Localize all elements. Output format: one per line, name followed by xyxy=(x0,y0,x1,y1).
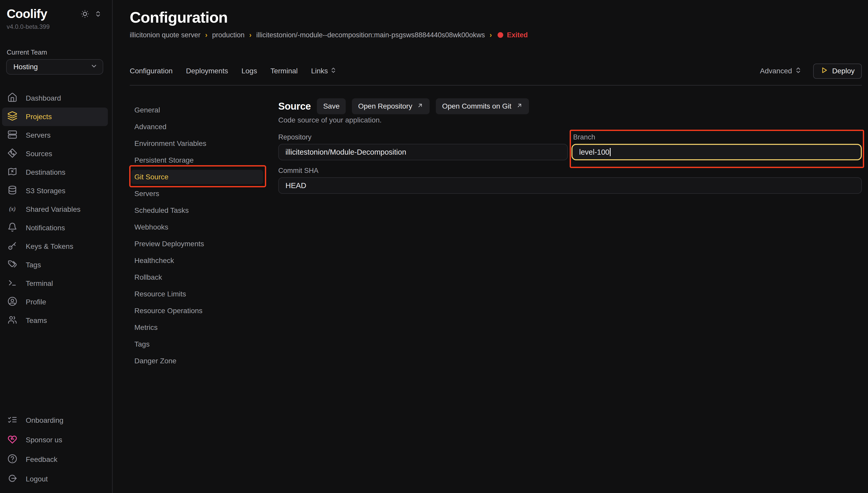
layers-icon xyxy=(7,111,18,123)
git-icon xyxy=(7,148,18,160)
subnav-item-webhooks[interactable]: Webhooks xyxy=(131,220,263,234)
deploy-button[interactable]: Deploy xyxy=(813,64,862,79)
tab-configuration[interactable]: Configuration xyxy=(130,67,173,76)
sidebar-item-teams[interactable]: Teams xyxy=(2,311,108,330)
open-commits-button[interactable]: Open Commits on Git xyxy=(436,98,529,114)
sidebar-item-label: Profile xyxy=(26,298,46,306)
subnav-item-advanced[interactable]: Advanced xyxy=(131,120,263,134)
sidebar-item-label: S3 Storages xyxy=(26,187,65,195)
subnav-item-metrics[interactable]: Metrics xyxy=(131,320,263,335)
sidebar-item-tags[interactable]: Tags xyxy=(2,256,108,274)
tab-links[interactable]: Links xyxy=(311,67,337,76)
subnav-item-tags[interactable]: Tags xyxy=(131,337,263,351)
source-heading: Source xyxy=(278,101,311,112)
subnav-item-preview-deployments[interactable]: Preview Deployments xyxy=(131,237,263,251)
tab-deployments[interactable]: Deployments xyxy=(186,67,228,76)
subnav-item-scheduled-tasks[interactable]: Scheduled Tasks xyxy=(131,203,263,218)
tags-icon xyxy=(7,259,18,271)
tab-terminal[interactable]: Terminal xyxy=(271,67,298,76)
source-description: Code source of your application. xyxy=(278,116,862,124)
settings-subnav: GeneralAdvancedEnvironment VariablesPers… xyxy=(130,86,278,370)
sidebar-item-notifications[interactable]: Notifications xyxy=(2,219,108,237)
subnav-item-environment-variables[interactable]: Environment Variables xyxy=(131,136,263,151)
sidebar-item-label: Terminal xyxy=(26,279,53,288)
version-switcher-chevrons-icon[interactable] xyxy=(94,10,102,18)
sidebar-item-s3-storages[interactable]: S3 Storages xyxy=(2,182,108,200)
subnav-item-healthcheck[interactable]: Healthcheck xyxy=(131,254,263,268)
sidebar-item-destinations[interactable]: Destinations xyxy=(2,163,108,182)
sidebar-item-label: Dashboard xyxy=(26,94,61,102)
sidebar-item-projects[interactable]: Projects xyxy=(2,108,108,126)
deploy-label: Deploy xyxy=(832,67,854,75)
subnav-item-danger-zone[interactable]: Danger Zone xyxy=(131,354,263,368)
text-caret xyxy=(610,148,611,156)
app-title: Coolify xyxy=(7,6,80,22)
subnav-item-resource-limits[interactable]: Resource Limits xyxy=(131,287,263,301)
sidebar-item-shared-variables[interactable]: (x)Shared Variables xyxy=(2,200,108,219)
sidebar-footer-nav: OnboardingSponsor usFeedbackLogout xyxy=(0,411,112,489)
terminal-icon xyxy=(7,278,18,290)
advanced-toggle[interactable]: Advanced xyxy=(760,67,802,76)
commit-sha-input[interactable]: HEAD xyxy=(278,177,862,194)
team-select[interactable]: Hosting xyxy=(6,59,103,74)
repository-input[interactable]: illicitestonion/Module-Decomposition xyxy=(278,144,568,160)
breadcrumb-chevron: › xyxy=(205,31,208,39)
sidebar-item-label: Logout xyxy=(26,475,48,483)
sidebar-item-label: Shared Variables xyxy=(26,205,81,214)
subnav-item-rollback[interactable]: Rollback xyxy=(131,270,263,284)
external-link-icon xyxy=(417,102,423,111)
tab-logs[interactable]: Logs xyxy=(241,67,257,76)
variable-icon: (x) xyxy=(7,203,18,216)
sidebar-item-feedback[interactable]: Feedback xyxy=(2,450,108,469)
sidebar-item-label: Tags xyxy=(26,261,41,269)
sidebar-item-label: Onboarding xyxy=(26,416,63,425)
breadcrumb-item[interactable]: illicitonion quote server xyxy=(130,31,200,39)
page-title: Configuration xyxy=(130,8,862,27)
sidebar-item-keys-tokens[interactable]: Keys & Tokens xyxy=(2,237,108,256)
theme-toggle-sun-icon[interactable] xyxy=(80,9,90,19)
sidebar-item-dashboard[interactable]: Dashboard xyxy=(2,89,108,108)
chevrons-up-down-icon xyxy=(795,67,802,76)
sidebar-item-label: Destinations xyxy=(26,168,65,176)
map-icon xyxy=(7,167,18,178)
svg-text:(x): (x) xyxy=(9,205,16,212)
sidebar-item-sources[interactable]: Sources xyxy=(2,145,108,163)
sidebar-item-onboarding[interactable]: Onboarding xyxy=(2,411,108,430)
save-button[interactable]: Save xyxy=(317,98,346,114)
subnav-item-persistent-storage[interactable]: Persistent Storage xyxy=(131,153,263,168)
app-version: v4.0.0-beta.399 xyxy=(7,24,112,30)
breadcrumb: illicitonion quote server›production›ill… xyxy=(130,30,862,40)
sidebar-item-sponsor-us[interactable]: Sponsor us xyxy=(2,430,108,450)
main-area: Configuration illicitonion quote server›… xyxy=(113,0,868,493)
chevrons-up-down-icon xyxy=(330,67,337,76)
sidebar-item-terminal[interactable]: Terminal xyxy=(2,274,108,293)
checklist-icon xyxy=(7,414,18,427)
source-panel: Source Save Open Repository Open Commits… xyxy=(278,86,862,370)
play-icon xyxy=(820,66,828,76)
database-icon xyxy=(7,185,18,197)
home-icon xyxy=(7,92,18,105)
help-icon xyxy=(7,454,18,466)
sidebar-item-label: Feedback xyxy=(26,455,57,464)
heart-icon xyxy=(7,434,18,446)
sidebar-item-logout[interactable]: Logout xyxy=(2,469,108,489)
subnav-item-servers[interactable]: Servers xyxy=(131,187,263,201)
branch-input[interactable]: level-100 xyxy=(571,144,862,160)
breadcrumb-item[interactable]: production xyxy=(212,31,245,39)
subnav-item-general[interactable]: General xyxy=(131,103,263,117)
breadcrumb-item: illicitestonion/-module--decomposition:m… xyxy=(256,31,485,39)
subnav-item-git-source[interactable]: Git Source xyxy=(131,170,263,184)
users-icon xyxy=(7,315,18,327)
subnav-item-resource-operations[interactable]: Resource Operations xyxy=(131,304,263,318)
sidebar-item-servers[interactable]: Servers xyxy=(2,126,108,145)
open-repository-button[interactable]: Open Repository xyxy=(352,98,430,114)
user-icon xyxy=(7,296,18,308)
repository-label: Repository xyxy=(278,133,568,141)
coolify-app: Coolify v4.0.0-beta.399 Current Team Hos… xyxy=(0,0,868,493)
breadcrumb-chevron: › xyxy=(249,31,252,39)
branch-label: Branch xyxy=(573,133,862,141)
bell-icon xyxy=(7,222,18,234)
commit-sha-label: Commit SHA xyxy=(278,167,862,174)
team-select-value: Hosting xyxy=(14,63,90,71)
sidebar-item-profile[interactable]: Profile xyxy=(2,293,108,311)
